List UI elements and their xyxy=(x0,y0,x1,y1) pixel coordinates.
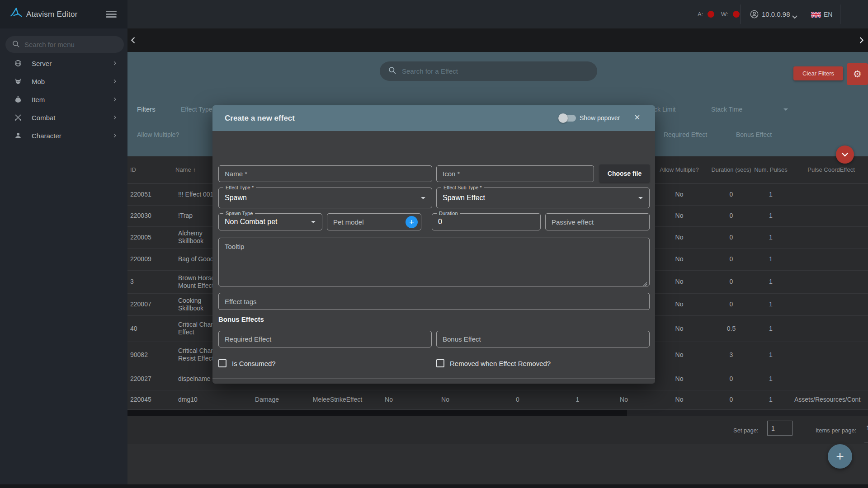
icon-field[interactable] xyxy=(436,165,594,182)
sidebar-item-server[interactable]: Server xyxy=(0,54,127,72)
table-cell: No xyxy=(649,368,710,390)
checkbox-icon[interactable] xyxy=(218,359,226,367)
bonus-effect-field[interactable] xyxy=(436,331,650,347)
table-cell: 40 xyxy=(127,315,175,342)
column-header-duration-secs-[interactable]: Duration (secs) xyxy=(710,156,753,183)
choose-file-button[interactable]: Choose file xyxy=(599,164,650,183)
table-cell: 0 xyxy=(710,270,753,293)
bottom-area xyxy=(127,444,868,484)
duration-input[interactable] xyxy=(432,214,540,230)
table-cell: 0 xyxy=(710,368,753,390)
tab-scroll-left-icon[interactable] xyxy=(128,35,140,47)
table-cell: No xyxy=(649,248,710,270)
pagination-bar: Set page: Items per page: 10 1 – 10 of 7… xyxy=(127,416,868,444)
chevron-down-icon[interactable] xyxy=(792,13,797,21)
sidebar-header: Atavism Editor xyxy=(0,0,127,28)
column-header-pulse-coordeffect[interactable]: Pulse CoordEffect xyxy=(789,156,868,183)
horizontal-scrollbar-thumb[interactable] xyxy=(127,410,627,416)
sidebar-item-item[interactable]: Item xyxy=(0,90,127,108)
collapse-filters-fab[interactable] xyxy=(836,145,854,164)
table-cell: No xyxy=(366,390,411,409)
sidebar-item-mob[interactable]: Mob xyxy=(0,72,127,90)
set-page-input[interactable] xyxy=(767,421,793,436)
table-cell: No xyxy=(649,226,710,248)
sidebar-item-combat[interactable]: Combat xyxy=(0,108,127,127)
filter-effect-type[interactable]: Effect Type xyxy=(181,106,212,113)
items-per-page-select[interactable]: 10 xyxy=(864,424,868,442)
table-row[interactable]: 220045dmg10DamageMeleeStrikeEffectNoNo01… xyxy=(127,390,868,409)
table-cell: 3 xyxy=(127,270,175,293)
effect-type-select[interactable]: Effect Type * Spawn xyxy=(218,188,432,208)
chevron-down-icon xyxy=(421,197,425,199)
globe-icon xyxy=(14,59,23,67)
chevron-right-icon xyxy=(112,96,118,103)
table-cell: 1 xyxy=(753,205,789,226)
column-header-id[interactable]: ID xyxy=(127,156,175,183)
filters-gear-button[interactable]: ⚙ xyxy=(847,63,868,85)
table-cell: 0 xyxy=(710,205,753,226)
show-popover-toggle[interactable] xyxy=(560,115,576,122)
table-cell: 220027 xyxy=(127,368,175,390)
sidebar-search-input[interactable] xyxy=(24,41,110,48)
add-pet-model-icon[interactable]: + xyxy=(406,216,418,228)
status-w-label: W: xyxy=(721,11,728,18)
bonus-effects-heading: Bonus Effects xyxy=(218,315,264,323)
person-icon xyxy=(14,131,23,140)
table-cell: No xyxy=(649,315,710,342)
effect-search[interactable] xyxy=(380,61,597,81)
table-cell: No xyxy=(649,390,710,409)
server-ip[interactable]: 10.0.0.98 xyxy=(762,10,790,18)
is-consumed-checkbox[interactable]: Is Consumed? xyxy=(218,359,276,367)
add-effect-fab[interactable]: + xyxy=(828,444,852,469)
tab-scroll-right-icon[interactable] xyxy=(856,35,868,47)
filter-stack-time[interactable]: Stack Time xyxy=(711,106,742,113)
table-cell: 0 xyxy=(710,226,753,248)
spawn-type-select[interactable]: Spawn Type Non Combat pet xyxy=(218,213,322,230)
effect-tags-field[interactable] xyxy=(218,293,650,310)
filter-bonus-effect[interactable]: Bonus Effect xyxy=(736,131,772,138)
checkbox-icon[interactable] xyxy=(436,359,444,367)
column-header-num-pulses[interactable]: Num. Pulses xyxy=(753,156,789,183)
modal-body: Choose file Effect Type * Spawn Effect S… xyxy=(212,131,655,384)
table-cell: No xyxy=(411,390,479,409)
table-cell: Damage xyxy=(225,390,309,409)
filter-allow-multiple[interactable]: Allow Multiple? xyxy=(137,131,179,138)
table-cell: 220045 xyxy=(127,390,175,409)
tab-bar xyxy=(127,28,868,52)
sidebar-item-character[interactable]: Character xyxy=(0,127,127,145)
name-field[interactable] xyxy=(218,165,432,182)
modal-divider xyxy=(212,379,655,379)
column-header-allow-multiple-[interactable]: Allow Multiple? xyxy=(649,156,710,183)
effect-search-input[interactable] xyxy=(402,67,574,75)
tooltip-field[interactable] xyxy=(218,238,650,286)
sidebar: Atavism Editor ServerMobItemCombatCharac… xyxy=(0,0,127,488)
table-cell: MeleeStrikeEffect xyxy=(309,390,366,409)
effect-sub-type-select[interactable]: Effect Sub Type * Spawn Effect xyxy=(436,188,650,208)
table-cell: 1 xyxy=(753,293,789,315)
chevron-down-icon xyxy=(311,221,316,223)
filters-heading: Filters xyxy=(137,105,156,113)
clear-filters-button[interactable]: Clear Filters xyxy=(793,66,843,80)
search-icon xyxy=(388,66,396,76)
table-cell: 1 xyxy=(753,226,789,248)
sidebar-search[interactable] xyxy=(5,36,124,53)
app-title: Atavism Editor xyxy=(26,10,78,19)
hamburger-menu-icon[interactable] xyxy=(106,11,117,18)
crossed-swords-icon xyxy=(14,113,23,122)
user-circle-icon xyxy=(750,9,759,21)
search-icon xyxy=(12,40,20,50)
close-icon[interactable]: × xyxy=(634,112,640,123)
required-effect-field[interactable] xyxy=(218,331,432,347)
uk-flag-icon xyxy=(811,11,821,19)
chevron-right-icon xyxy=(112,132,118,140)
table-cell: No xyxy=(599,390,649,409)
table-cell: 0.5 xyxy=(710,315,753,342)
table-cell: 220030 xyxy=(127,205,175,226)
filter-required-effect[interactable]: Required Effect xyxy=(664,131,707,138)
table-cell: 1 xyxy=(753,270,789,293)
table-cell: 0 xyxy=(479,390,556,409)
table-cell: 0 xyxy=(710,183,753,205)
passive-effect-field[interactable] xyxy=(545,213,650,230)
removed-when-effect-removed-checkbox[interactable]: Removed when Effect Removed? xyxy=(436,359,551,367)
language-label[interactable]: EN xyxy=(824,11,832,18)
